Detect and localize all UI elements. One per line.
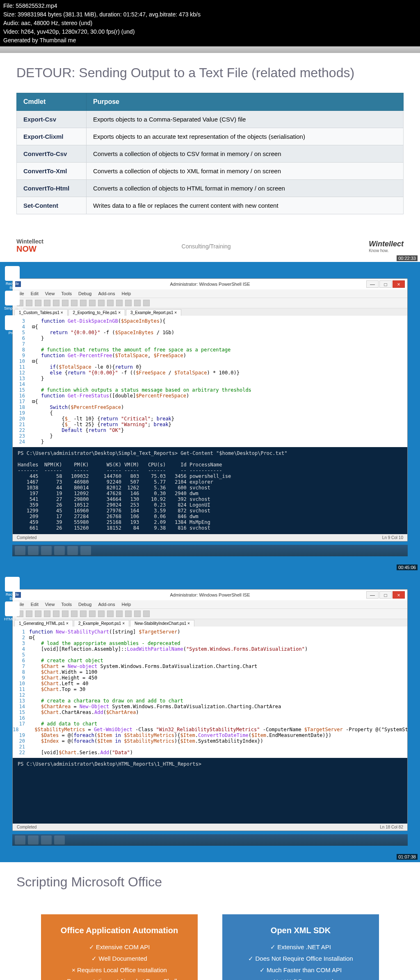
- meta-gen: Generated by Thumbnail me: [3, 36, 417, 45]
- logo-right: Wintellect: [369, 240, 404, 248]
- cmdlet-purpose: Writes data to a file or replaces the cu…: [87, 197, 404, 214]
- toolbar-icon[interactable]: [53, 300, 59, 306]
- desktop-icon[interactable]: Simple_Tex...: [4, 291, 21, 310]
- menu-item[interactable]: Add-ons: [98, 602, 115, 607]
- ise-titlebar: Administrator: Windows PowerShell ISE — …: [13, 279, 407, 289]
- taskbar-item[interactable]: [67, 546, 78, 555]
- cmdlet-purpose: Converts a collection of objects to XML …: [87, 163, 404, 180]
- taskbar-item[interactable]: [41, 546, 52, 555]
- taskbar-item[interactable]: [54, 835, 65, 845]
- toolbar-icon[interactable]: [44, 610, 50, 617]
- toolbar-icon[interactable]: [53, 610, 59, 617]
- toolbar-icon[interactable]: [80, 610, 87, 617]
- code-editor[interactable]: 3 function Get-DiskSpaceInGB($SpaceInByt…: [13, 316, 407, 447]
- menu-item[interactable]: Tools: [61, 602, 72, 607]
- toolbar-icon[interactable]: [26, 610, 32, 617]
- toolbar-icon[interactable]: [71, 610, 78, 617]
- toolbar-icon[interactable]: [134, 300, 141, 306]
- cursor-position: Ln 9 Col 10: [382, 535, 403, 540]
- toolbar-icon[interactable]: [134, 610, 141, 617]
- toolbar-icon[interactable]: [89, 300, 96, 306]
- taskbar-item[interactable]: [41, 835, 52, 845]
- taskbar: [12, 545, 408, 556]
- editor-tab[interactable]: 3_Example_Report.ps1 ×: [126, 309, 181, 316]
- menu-item[interactable]: Debug: [78, 291, 91, 296]
- toolbar-icon[interactable]: [125, 610, 132, 617]
- editor-tab[interactable]: New-StabilityIndexChart.ps1 ×: [130, 620, 194, 627]
- menu-item[interactable]: Add-ons: [98, 291, 115, 296]
- feature-item: Extensive COM API: [51, 943, 188, 951]
- toolbar-icon[interactable]: [71, 300, 78, 306]
- menu-item[interactable]: View: [45, 291, 55, 296]
- cmdlet-purpose: Exports objects to a Comma-Separated Val…: [87, 111, 404, 128]
- desktop-icon[interactable]: Proc: [4, 315, 21, 335]
- desktop-icon[interactable]: Recycle Bin: [4, 266, 21, 290]
- status-completed: Completed: [17, 825, 37, 829]
- box-title: Open XML SDK: [232, 926, 369, 935]
- cmdlet-purpose: Exports objects to an accurate text repr…: [87, 128, 404, 145]
- divider: [0, 46, 420, 53]
- feature-item: Documentation not Aimed at PowerShell: [51, 978, 188, 980]
- toolbar-icon[interactable]: [143, 610, 150, 617]
- toolbar-icon[interactable]: [98, 610, 105, 617]
- cursor-position: Ln 18 Col 82: [380, 825, 403, 829]
- ise-title: Administrator: Windows PowerShell ISE: [13, 592, 407, 597]
- start-button[interactable]: [15, 835, 25, 845]
- ise-toolbar: [13, 298, 407, 308]
- toolbar-icon[interactable]: [116, 300, 123, 306]
- timestamp: 01:07:38: [397, 854, 418, 860]
- menu-item[interactable]: Help: [121, 602, 131, 607]
- toolbar-icon[interactable]: [26, 300, 32, 306]
- editor-tab[interactable]: 2_Exporting_to_File.ps1 ×: [68, 309, 125, 316]
- toolbar-icon[interactable]: [35, 610, 41, 617]
- taskbar-item[interactable]: [28, 546, 39, 555]
- toolbar-icon[interactable]: [80, 300, 87, 306]
- feature-item: Not Well Documented: [232, 978, 369, 980]
- toolbar-icon[interactable]: [107, 300, 114, 306]
- slide-title: DETOUR: Sending Output to a Text File (r…: [16, 65, 404, 80]
- toolbar-icon[interactable]: [98, 300, 105, 306]
- editor-tabs: 1_Custom_Tables.ps1 ×2_Exporting_to_File…: [13, 308, 407, 316]
- feature-item: Much Faster than COM API: [232, 966, 369, 974]
- meta-file: File: 558625532.mp4: [3, 2, 417, 10]
- menu-item[interactable]: Edit: [31, 602, 39, 607]
- toolbar-icon[interactable]: [143, 300, 150, 306]
- ise-toolbar: [13, 609, 407, 619]
- editor-tab[interactable]: 2_Example_Report.ps1 ×: [74, 620, 129, 627]
- desktop-icon[interactable]: Recycle Bin: [4, 577, 21, 601]
- menu-item[interactable]: Tools: [61, 291, 72, 296]
- editor-tabs: 1_Generating_HTML.ps1 ×2_Example_Report.…: [13, 619, 407, 627]
- feature-item: Extensive .NET API: [232, 943, 369, 951]
- menu-item[interactable]: Debug: [78, 602, 91, 607]
- toolbar-icon[interactable]: [44, 300, 50, 306]
- menu-item[interactable]: Help: [121, 291, 131, 296]
- toolbar-icon[interactable]: [107, 610, 114, 617]
- meta-audio: Audio: aac, 48000 Hz, stereo (und): [3, 19, 417, 28]
- menu-item[interactable]: Edit: [31, 291, 39, 296]
- desktop-icon[interactable]: HTML_Rep...: [4, 601, 21, 621]
- timestamp: 00:22:33: [397, 255, 418, 261]
- taskbar-item[interactable]: [54, 546, 65, 555]
- console-pane[interactable]: PS C:\Users\administrator\Desktop\Simple…: [13, 447, 407, 534]
- cmdlet-name: Set-Content: [17, 197, 87, 214]
- toolbar-icon[interactable]: [62, 300, 68, 306]
- console-pane[interactable]: PS C:\Users\administrator\Desktop\HTML_R…: [13, 758, 407, 824]
- code-editor[interactable]: 1function New-StabilityChart([string] $T…: [13, 627, 407, 758]
- video-metadata: File: 558625532.mp4 Size: 399831984 byte…: [0, 0, 420, 46]
- status-bar: Completed Ln 9 Col 10: [13, 534, 407, 541]
- ise-menubar: FileEditViewToolsDebugAdd-onsHelp: [13, 600, 407, 609]
- cmdlet-name: ConvertTo-Html: [17, 180, 87, 197]
- taskbar-item[interactable]: [80, 546, 91, 555]
- toolbar-icon[interactable]: [116, 610, 123, 617]
- menu-item[interactable]: View: [45, 602, 55, 607]
- slide-detour: DETOUR: Sending Output to a Text File (r…: [0, 53, 420, 235]
- toolbar-icon[interactable]: [35, 300, 41, 306]
- start-button[interactable]: [15, 546, 25, 555]
- desktop-screenshot-2: Administrator: Windows PowerShell ISE — …: [0, 573, 420, 862]
- office-automation-box: Office Application Automation Extensive …: [41, 914, 198, 980]
- toolbar-icon[interactable]: [125, 300, 132, 306]
- toolbar-icon[interactable]: [89, 610, 96, 617]
- taskbar-item[interactable]: [28, 835, 39, 845]
- toolbar-icon[interactable]: [62, 610, 68, 617]
- openxml-box: Open XML SDK Extensive .NET APIDoes Not …: [222, 914, 379, 980]
